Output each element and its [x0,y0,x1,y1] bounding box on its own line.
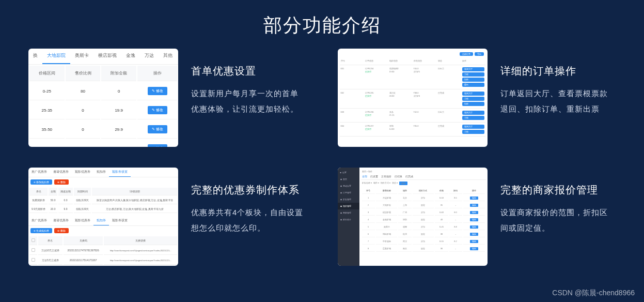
sidebar-item[interactable]: ◆ 基础设置 [338,183,359,189]
checkbox-icon[interactable] [32,248,35,252]
sidebar-item[interactable]: ◆ 订单管理 [338,189,359,196]
card-coupons: 推广优惠券 邀请优惠券 观影优惠券 抵扣券 观影券设置 ⊕ 添加抵扣券 ⊖ 删除… [28,168,178,266]
edit-button[interactable]: 编辑 [470,247,478,250]
order-action-button[interactable]: 票根 [462,97,484,101]
sidebar-item[interactable]: ◆ 影院管理 [338,196,359,203]
order-action-button[interactable]: 返回大厅 [462,67,484,71]
coupon-tabs: 推广优惠券 邀请优惠券 观影优惠券 抵扣券 观影券设置 [28,168,178,177]
tab-item-active[interactable]: 抵扣券 [93,216,109,225]
cinema-tabs: 换 大地影院 奥斯卡 横店影视 金逸 万达 其他 [28,49,178,65]
card-orders: 全部订单 导出 序号 订单信息 电影信息 价格信息 状态 操作 001 订单12… [338,49,488,147]
edit-button[interactable]: ✎ 修改 [148,106,167,114]
delete-button[interactable]: ⊖ 删除 [54,179,68,185]
edit-button[interactable]: 编辑 [470,233,478,236]
order-action-button[interactable]: 扣除 [462,78,484,82]
checkbox-icon[interactable] [32,238,35,242]
tab-item[interactable]: 观影优惠券 [72,168,93,177]
order-action-button[interactable]: 返回大厅 [462,92,484,96]
filter-button[interactable]: 全部订单 [460,52,473,56]
feature-desc: 完整的优惠券制作体系 优惠券共有4个板块，自由设置想怎么印就怎么印。 [191,168,307,236]
tab-item-active[interactable]: 观影券设置 [109,168,131,177]
order-row: 002 订单1235已支付 满江红20:00 ¥38.0折扣¥3 已完成 返回大… [340,89,485,109]
tab-item[interactable]: 横店影视 [93,49,121,64]
table-row: 万达10元立减券2022122117476781367826http://use… [29,246,177,255]
feature-body: 订单返回大厅、查看票根票款退回、扣除订单、重新出票 [500,86,616,117]
order-action-button[interactable]: 重出 [462,83,484,87]
feature-coupons: 推广优惠券 邀请优惠券 观影优惠券 抵扣券 观影券设置 ⊕ 添加抵扣券 ⊖ 删除… [28,168,307,266]
sidebar-brand: ■ 设置 [338,169,359,176]
checkbox-icon[interactable] [32,258,35,262]
table-row: 8星美影城南京固定36-编辑 [362,246,485,252]
coupon-code-table: 券名兑换码兑换链接 万达10元立减券2022122117476781367826… [28,235,178,266]
order-action-button[interactable]: 返回大厅 [462,111,484,115]
tab-item[interactable]: 抵扣券 [93,168,109,177]
order-action-button[interactable]: 票根 [462,72,484,77]
order-action-button[interactable]: 返回大厅 [462,125,484,129]
search-button[interactable]: 查询 [399,182,407,185]
edit-button[interactable]: 编辑 [470,204,478,207]
watermark: CSDN @陈晨-chend8966 [552,289,635,298]
feature-desc: 完整的商家报价管理 设置商家报价的范围，折扣区间或固定值。 [500,168,616,236]
tab-item[interactable]: 已结算 [395,175,402,178]
coupon-table: 券名金额满减金额到期时间详细说明 免费观影券50.00.0领取后30天限首次购票… [28,187,178,214]
generate-button[interactable]: ⊕ 生成抵扣券 [30,228,52,233]
tab-item[interactable]: 金逸 [121,49,140,64]
table-row: 免费观影券50.00.0领取后30天限首次购票用户,仅限人像,限大地影院,横店影… [29,197,177,204]
edit-button[interactable]: ✎ 修改 [148,125,167,133]
tab-item[interactable]: 已设置 [370,175,378,178]
order-row: 001 订单1234已支付 流浪地球219:30 ¥45.0折扣¥5 待出票 返… [340,65,485,89]
tab-item[interactable]: 奥斯卡 [70,49,93,64]
sidebar-item[interactable]: ◆ 首页 [338,176,359,183]
delete-button[interactable]: ⊖ 删除 [54,228,68,233]
quote-tabs: 全部 已设置 正在报价 已结算 已完成 [361,174,486,180]
card-merchant: ■ 设置 ◆ 首页 ◆ 基础设置 ◆ 订单管理 ◆ 影院管理 ◆ 报价管理 ◆ … [338,168,488,266]
tab-item[interactable]: 邀请优惠券 [50,216,72,225]
tab-item[interactable]: 推广优惠券 [28,168,50,177]
filter-bar: 影院名称 ▾城市 ▾报价方式 ▾状态 ▾ 查询 [361,180,486,187]
feature-body: 设置商家报价的范围，折扣区间或固定值。 [500,205,616,236]
tab-item[interactable]: 全部 [362,175,367,178]
sidebar-item-active[interactable]: ◆ 报价管理 [338,203,359,209]
table-row: 50-60800✎ 修改 [29,140,177,147]
order-action-button[interactable]: 扣除 [462,102,484,106]
edit-button[interactable]: 编辑 [470,197,478,200]
edit-button[interactable]: 编辑 [470,218,478,221]
edit-button[interactable]: 编辑 [470,225,478,229]
feature-heading: 详细的订单操作 [500,64,616,78]
tab-item-active[interactable]: 大地影院 [42,49,70,64]
tab-item[interactable]: 正在报价 [381,175,391,178]
sidebar-item[interactable]: ◆ 商家管理 [338,209,359,216]
tab-item[interactable]: 观影优惠券 [72,216,93,225]
card-discount-table: 换 大地影院 奥斯卡 横店影视 金逸 万达 其他 价格区间 售价比例 附加金额 … [28,49,178,147]
edit-button[interactable]: ✎ 修改 [148,87,167,95]
edit-button[interactable]: 编辑 [470,211,478,214]
quote-table: 序号影院名称城市报价方式价格折扣操作 1万达影城北京折扣0-508.5编辑 2大… [361,187,486,253]
table-row: 25-35019.9✎ 修改 [29,101,177,119]
feature-body: 设置新用户每月享一次的首单优惠体验，让引流更加轻松。 [191,86,307,117]
tab-item[interactable]: 已完成 [405,175,413,178]
order-action-button[interactable]: 票根 [462,116,484,120]
tab-item[interactable]: 推广优惠券 [28,216,50,225]
add-coupon-button[interactable]: ⊕ 添加抵扣券 [30,179,52,185]
order-header: 序号 订单信息 电影信息 价格信息 状态 操作 [340,57,485,65]
table-row: 4金逸影城深圳固定40-编辑 [362,217,485,223]
edit-button[interactable]: 编辑 [470,240,478,243]
table-row: 35-50029.9✎ 修改 [29,120,177,139]
tab-item[interactable]: 邀请优惠券 [50,168,72,177]
table-row: 9.9元观影券20.09.9领取后30天万达,横店影视,万达,限大地影院,金逸,… [29,205,177,213]
th: 附加金额 [101,66,136,81]
tab-item[interactable]: 万达 [140,49,159,64]
feature-desc: 详细的订单操作 订单返回大厅、查看票根票款退回、扣除订单、重新出票 [500,49,616,117]
sidebar-item[interactable]: ◆ 财务统计 [338,216,359,223]
table-row: 2大地影院上海固定35-编辑 [362,202,485,208]
table-row: 6博纳影城杭州固定38-编辑 [362,231,485,237]
edit-button[interactable]: ✎ 修改 [148,144,167,147]
tab-item[interactable]: 其他 [159,49,177,64]
feature-heading: 完整的优惠券制作体系 [191,183,307,197]
order-action-button[interactable]: 票根 [462,130,484,134]
tab-item[interactable]: 换 [28,49,42,64]
tab-item[interactable]: 观影券设置 [109,216,131,225]
export-button[interactable]: 导出 [475,52,484,56]
breadcrumb: 首页 > 报价 [361,169,486,174]
order-row: 004 订单1237已支付 深海14:00 ¥35.0 已完成 返回大厅 票根 [340,123,485,137]
